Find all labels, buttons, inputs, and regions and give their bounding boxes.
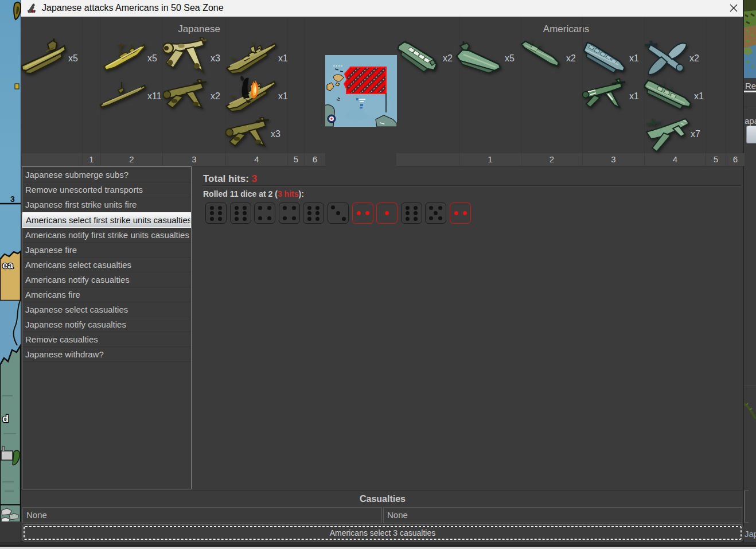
svg-text:A: A bbox=[31, 8, 35, 14]
svg-text:d: d bbox=[2, 413, 9, 425]
svg-text:ea: ea bbox=[2, 260, 13, 271]
svg-text:3: 3 bbox=[10, 194, 15, 204]
